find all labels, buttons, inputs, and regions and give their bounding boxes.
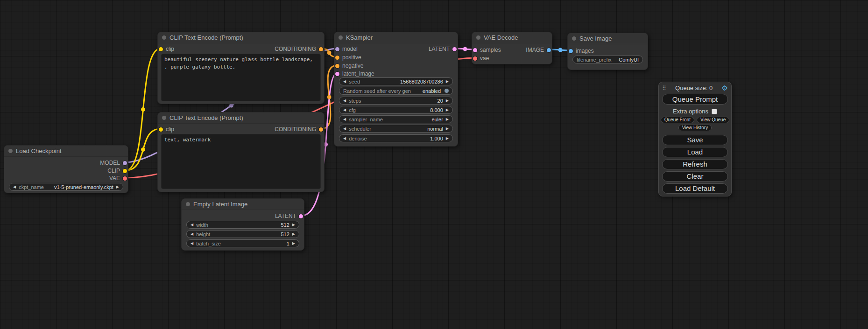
- input-slot-clip[interactable]: clip: [159, 126, 174, 133]
- slot-dot-image[interactable]: [569, 49, 573, 53]
- node-title-bar[interactable]: CLIP Text Encode (Prompt): [158, 112, 324, 124]
- decrement-arrow-icon[interactable]: ◀: [343, 127, 346, 131]
- input-slot-latent-image[interactable]: latent_image: [335, 70, 374, 77]
- node-clip-text-encode-positive[interactable]: CLIP Text Encode (Prompt) clip CONDITION…: [157, 32, 325, 104]
- collapse-dot-icon[interactable]: [476, 35, 480, 40]
- increment-arrow-icon[interactable]: ▶: [116, 185, 119, 189]
- output-slot-conditioning[interactable]: CONDITIONING: [275, 45, 323, 53]
- slot-dot-conditioning[interactable]: [335, 64, 339, 68]
- node-title-bar[interactable]: VAE Decode: [472, 32, 552, 43]
- node-ksampler[interactable]: KSampler model positive negative latent_…: [334, 32, 458, 147]
- input-slot-images[interactable]: images: [569, 47, 594, 55]
- increment-arrow-icon[interactable]: ▶: [292, 242, 295, 245]
- decrement-arrow-icon[interactable]: ◀: [343, 80, 346, 84]
- slot-dot-latent[interactable]: [335, 72, 339, 76]
- node-graph-canvas[interactable]: Load Checkpoint MODEL CLIP VAE ◀ ckpt_na…: [0, 0, 868, 329]
- output-slot-latent[interactable]: LATENT: [275, 212, 303, 220]
- view-queue-button[interactable]: View Queue: [697, 117, 729, 123]
- node-title-bar[interactable]: KSampler: [334, 32, 458, 43]
- widget-steps[interactable]: ◀ steps 20 ▶: [339, 97, 453, 105]
- decrement-arrow-icon[interactable]: ◀: [191, 223, 193, 227]
- slot-dot-clip[interactable]: [123, 169, 127, 173]
- increment-arrow-icon[interactable]: ▶: [446, 118, 449, 121]
- slot-dot-conditioning[interactable]: [319, 47, 323, 51]
- slot-dot-vae[interactable]: [123, 176, 127, 181]
- output-slot-conditioning[interactable]: CONDITIONING: [275, 126, 323, 133]
- increment-arrow-icon[interactable]: ▶: [292, 223, 295, 227]
- collapse-dot-icon[interactable]: [8, 149, 13, 153]
- widget-filename-prefix[interactable]: filename_prefix ComfyUI: [572, 56, 643, 63]
- increment-arrow-icon[interactable]: ▶: [446, 108, 449, 112]
- increment-arrow-icon[interactable]: ▶: [446, 99, 449, 103]
- slot-dot-image[interactable]: [547, 48, 551, 52]
- node-title-bar[interactable]: CLIP Text Encode (Prompt): [158, 32, 324, 43]
- collapse-dot-icon[interactable]: [186, 202, 190, 206]
- increment-arrow-icon[interactable]: ▶: [446, 80, 449, 84]
- collapse-dot-icon[interactable]: [162, 116, 166, 120]
- drag-handle-icon[interactable]: ⠿: [662, 85, 666, 91]
- widget-width[interactable]: ◀ width 512 ▶: [186, 221, 299, 229]
- collapse-dot-icon[interactable]: [572, 36, 576, 41]
- view-history-button[interactable]: View History: [678, 125, 712, 131]
- load-default-button[interactable]: Load Default: [662, 183, 728, 194]
- decrement-arrow-icon[interactable]: ◀: [343, 118, 346, 121]
- clear-button[interactable]: Clear: [662, 171, 728, 182]
- widget-random-seed-toggle[interactable]: Random seed after every gen enabled: [339, 87, 453, 95]
- collapse-dot-icon[interactable]: [339, 35, 343, 40]
- slot-dot-model[interactable]: [123, 161, 127, 165]
- widget-cfg[interactable]: ◀ cfg 8.000 ▶: [339, 106, 453, 114]
- widget-sampler-name[interactable]: ◀ sampler_name euler ▶: [339, 115, 453, 123]
- save-button[interactable]: Save: [662, 135, 728, 145]
- output-slot-model[interactable]: MODEL: [100, 159, 127, 167]
- widget-batch-size[interactable]: ◀ batch_size 1 ▶: [186, 239, 299, 247]
- node-title-bar[interactable]: Load Checkpoint: [4, 146, 128, 157]
- slot-dot-conditioning[interactable]: [319, 127, 323, 132]
- decrement-arrow-icon[interactable]: ◀: [343, 99, 346, 103]
- prompt-textarea[interactable]: beautiful scenery nature glass bottle la…: [161, 54, 321, 101]
- extra-options-checkbox[interactable]: [712, 109, 717, 114]
- decrement-arrow-icon[interactable]: ◀: [191, 232, 193, 236]
- refresh-button[interactable]: Refresh: [662, 159, 728, 169]
- decrement-arrow-icon[interactable]: ◀: [13, 185, 16, 189]
- input-slot-positive[interactable]: positive: [335, 54, 361, 61]
- widget-denoise[interactable]: ◀ denoise 1.000 ▶: [339, 134, 453, 142]
- slot-dot-vae[interactable]: [473, 56, 477, 61]
- output-slot-image[interactable]: IMAGE: [526, 46, 551, 54]
- slot-dot-latent[interactable]: [299, 214, 303, 218]
- collapse-dot-icon[interactable]: [162, 35, 166, 40]
- node-empty-latent-image[interactable]: Empty Latent Image LATENT ◀ width 512 ▶ …: [181, 198, 304, 251]
- node-vae-decode[interactable]: VAE Decode samples vae IMAGE: [472, 32, 552, 64]
- slot-dot-latent[interactable]: [452, 47, 457, 51]
- toggle-dot-icon[interactable]: [445, 89, 449, 93]
- slot-dot-model[interactable]: [335, 47, 339, 51]
- increment-arrow-icon[interactable]: ▶: [446, 127, 449, 131]
- widget-seed[interactable]: ◀ seed 156680208700286 ▶: [339, 77, 453, 85]
- output-slot-clip[interactable]: CLIP: [107, 167, 127, 175]
- queue-front-button[interactable]: Queue Front: [661, 117, 694, 123]
- node-clip-text-encode-negative[interactable]: CLIP Text Encode (Prompt) clip CONDITION…: [157, 112, 325, 192]
- node-title-bar[interactable]: Save Image: [568, 33, 648, 44]
- output-slot-latent[interactable]: LATENT: [429, 45, 457, 53]
- output-slot-vae[interactable]: VAE: [109, 175, 127, 182]
- load-button[interactable]: Load: [662, 147, 728, 157]
- slot-dot-clip[interactable]: [159, 127, 163, 132]
- decrement-arrow-icon[interactable]: ◀: [343, 137, 346, 140]
- queue-prompt-button[interactable]: Queue Prompt: [662, 94, 728, 105]
- widget-scheduler[interactable]: ◀ scheduler normal ▶: [339, 125, 453, 133]
- node-title-bar[interactable]: Empty Latent Image: [182, 199, 304, 210]
- input-slot-model[interactable]: model: [335, 45, 358, 53]
- node-load-checkpoint[interactable]: Load Checkpoint MODEL CLIP VAE ◀ ckpt_na…: [4, 145, 128, 193]
- widget-height[interactable]: ◀ height 512 ▶: [186, 230, 299, 238]
- slot-dot-conditioning[interactable]: [335, 56, 339, 60]
- widget-ckpt-name[interactable]: ◀ ckpt_name v1-5-pruned-emaonly.ckpt ▶: [9, 183, 123, 191]
- settings-gear-icon[interactable]: ⚙: [722, 84, 728, 91]
- increment-arrow-icon[interactable]: ▶: [292, 232, 295, 236]
- input-slot-vae[interactable]: vae: [473, 55, 489, 62]
- decrement-arrow-icon[interactable]: ◀: [191, 242, 193, 245]
- slot-dot-latent[interactable]: [473, 48, 477, 52]
- increment-arrow-icon[interactable]: ▶: [446, 137, 449, 140]
- input-slot-clip[interactable]: clip: [159, 45, 174, 53]
- input-slot-negative[interactable]: negative: [335, 62, 363, 70]
- node-save-image[interactable]: Save Image images filename_prefix ComfyU…: [567, 33, 648, 70]
- decrement-arrow-icon[interactable]: ◀: [343, 108, 346, 112]
